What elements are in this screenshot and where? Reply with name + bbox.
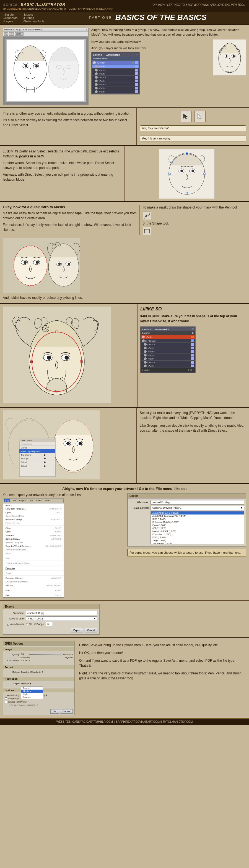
filetype-jpg[interactable]: JPEG (*.JPG) <box>151 527 244 530</box>
filetype-dxf[interactable]: AutoCAD Interchange File (*.DXF) <box>151 515 244 518</box>
checkbox-2[interactable] <box>5 701 7 703</box>
menu-exit[interactable]: ExitCtrl+Q <box>3 593 64 597</box>
menu-save[interactable]: SaveCtrl+S <box>3 530 64 533</box>
jpeg-ok-button[interactable]: OK <box>50 709 59 714</box>
menu-new[interactable]: New... <box>3 503 64 507</box>
file-menu-active[interactable]: File <box>4 499 10 502</box>
layer-eye-icon[interactable] <box>95 65 98 68</box>
checkbox-1[interactable] <box>5 697 7 700</box>
lp-row-path-2[interactable]: <Path> <box>92 68 139 72</box>
filename-input[interactable]: cracked001.deg <box>150 500 244 504</box>
radio-all[interactable]: All <box>26 623 31 625</box>
layer-eye-icon[interactable] <box>144 358 147 360</box>
quality-slider-thumb[interactable] <box>60 653 62 656</box>
menu-scripts[interactable]: Scripts <box>3 571 64 575</box>
filetype-png[interactable]: PNG (*.PNG) <box>151 536 244 539</box>
savetype-dropdown[interactable]: AutoCAD Drawing (*.DWG) ▼ <box>150 506 244 510</box>
export-button[interactable]: Export <box>71 628 83 632</box>
layer-eye-icon[interactable] <box>95 90 98 93</box>
lp-group-row[interactable]: ▶ <Group> <box>141 339 195 343</box>
lp-path-r3[interactable]: <Path> <box>141 346 195 350</box>
quality-value[interactable]: 10 <box>21 653 28 656</box>
lp-row-path-1[interactable]: <Path> <box>92 65 139 68</box>
jpeg-filename-input[interactable]: cracked001.jpg <box>26 611 98 615</box>
tool-arrow[interactable]: ↖ <box>4 32 8 36</box>
lp-path-r4[interactable]: <Path> <box>141 350 195 353</box>
menu-file-info[interactable]: File Info...Alt+Shift+Ctrl+I <box>3 584 64 587</box>
layer-eye-icon[interactable] <box>144 347 147 349</box>
filetype-dwg[interactable]: AutoCAD Drawing (*.DWG) <box>151 512 244 515</box>
layer-eye-icon[interactable] <box>144 350 147 353</box>
menu-recent[interactable]: Open Recent Files <box>3 514 64 518</box>
layer-eye-icon[interactable] <box>144 354 147 356</box>
depth-medium[interactable]: Medium <box>21 690 43 693</box>
lp-path-r6[interactable]: <Path> <box>141 357 195 361</box>
lp-path-r8[interactable]: <Path> <box>141 364 195 368</box>
window-toolbar[interactable]: ↖ ✋ Layer 1 <box>3 32 88 36</box>
lp-path-r2[interactable]: <Path> <box>141 343 195 346</box>
use-artboards-checkbox[interactable] <box>7 623 9 625</box>
menu-close[interactable]: CloseCtrl+W <box>3 526 64 530</box>
file-types-list[interactable]: AutoCAD Drawing (*.DWG) AutoCAD Intercha… <box>150 511 244 544</box>
lp-row-path-5[interactable]: <Path> <box>92 79 139 83</box>
depth-custom[interactable]: Custom <box>21 696 43 699</box>
type-menu[interactable]: Type <box>28 499 33 502</box>
lp-row-path-4[interactable]: <Path> <box>92 76 139 79</box>
color-model-dropdown[interactable]: CMYK ▼ <box>21 659 43 662</box>
lp-row-path-6[interactable]: <Path> <box>92 83 139 87</box>
menu-bridge[interactable]: Browse in Bridge...Alt+Ctrl+O <box>3 518 64 521</box>
object-menu[interactable]: Object <box>19 499 26 502</box>
depth-screen[interactable]: Screen <box>21 687 43 690</box>
menu-save-web[interactable]: Save for Web & Devices...Alt+Shift+Ctrl+… <box>3 544 64 548</box>
depth-dropdown[interactable]: Medium ▼ <box>21 682 43 685</box>
tool-hand[interactable]: ✋ <box>9 32 14 36</box>
radio-range-circle[interactable] <box>34 623 36 625</box>
filetype-tga[interactable]: Targa (*.TGA) <box>151 539 244 542</box>
layer-eye-icon[interactable] <box>95 80 98 82</box>
filetype-txt[interactable]: Text Format (*.TXT) <box>151 542 244 544</box>
menu-save-office[interactable]: Save for Microsoft Office... <box>3 561 64 565</box>
menu-doc-setup[interactable]: Document Setup...Alt+Ctrl+P <box>3 577 64 580</box>
lp-path-r5[interactable]: <Path> <box>141 353 195 357</box>
layer-eye-icon[interactable] <box>93 61 96 64</box>
filetype-pct[interactable]: Macintosh PICT (*.PCT) <box>151 530 244 533</box>
menu-export[interactable]: Export— <box>3 566 64 570</box>
radio-range[interactable]: Range: 3 <box>34 622 53 626</box>
menu-device[interactable]: Device Central... <box>3 521 64 525</box>
radio-all-circle[interactable] <box>26 623 28 625</box>
menu-save-slices[interactable]: Save Selected Slices... <box>3 548 64 552</box>
depth-high[interactable]: High <box>21 693 43 696</box>
jpeg-cancel-button[interactable]: Cancel <box>60 709 73 714</box>
lp-path-active[interactable]: <Path> <box>141 335 195 339</box>
filetype-bmp[interactable]: BMP (*.BMP) <box>151 518 244 521</box>
ai-app-window[interactable]: cracked001.ai @ 150% (RGB/Preview) ✕ ↖ ✋… <box>3 28 88 105</box>
quality-slider[interactable] <box>29 654 62 655</box>
menu-new-template[interactable]: New from Template...Shift+Ctrl+N <box>3 507 64 510</box>
menu-place[interactable]: Place... <box>3 556 64 560</box>
edit-menu[interactable]: Edit <box>13 499 17 502</box>
layer-eye-icon[interactable] <box>95 87 98 90</box>
layer-eye-icon[interactable] <box>142 339 145 342</box>
layer-eye-icon[interactable] <box>95 72 98 75</box>
menu-save-copy[interactable]: Save a Copy...Alt+Ctrl+S <box>3 537 64 541</box>
lp-row-path-3[interactable]: <Path> <box>92 72 139 76</box>
layer-eye-icon[interactable] <box>95 83 98 86</box>
range-input[interactable]: 3 <box>46 622 53 626</box>
filetype-psd[interactable]: Photoshop (*.PSD) <box>151 533 244 536</box>
method-dropdown[interactable]: Baseline (Standard) ▼ <box>21 671 52 673</box>
layer-eye-icon[interactable] <box>142 336 145 338</box>
select-menu[interactable]: Select <box>36 499 42 502</box>
effect-menu[interactable]: Effect <box>45 499 50 502</box>
jpeg-savetype-dropdown[interactable]: JPEG (*.JPG) ▼ <box>26 616 98 621</box>
lp-row-path-7[interactable]: <Path> <box>92 87 139 90</box>
cancel-export-button[interactable]: Cancel <box>85 628 98 632</box>
layer-eye-icon[interactable] <box>144 343 147 346</box>
menu-print[interactable]: Print...Ctrl+P <box>3 589 64 592</box>
layer-eye-icon[interactable] <box>144 361 147 364</box>
menu-open[interactable]: Open...Ctrl+O <box>3 510 64 514</box>
menu-revert[interactable]: Revert <box>3 552 64 555</box>
layer-eye-icon[interactable] <box>95 69 98 71</box>
menu-save-template[interactable]: Save as Template... <box>3 541 64 544</box>
layer-eye-icon[interactable] <box>144 365 147 367</box>
layer-eye-icon[interactable] <box>95 76 98 79</box>
